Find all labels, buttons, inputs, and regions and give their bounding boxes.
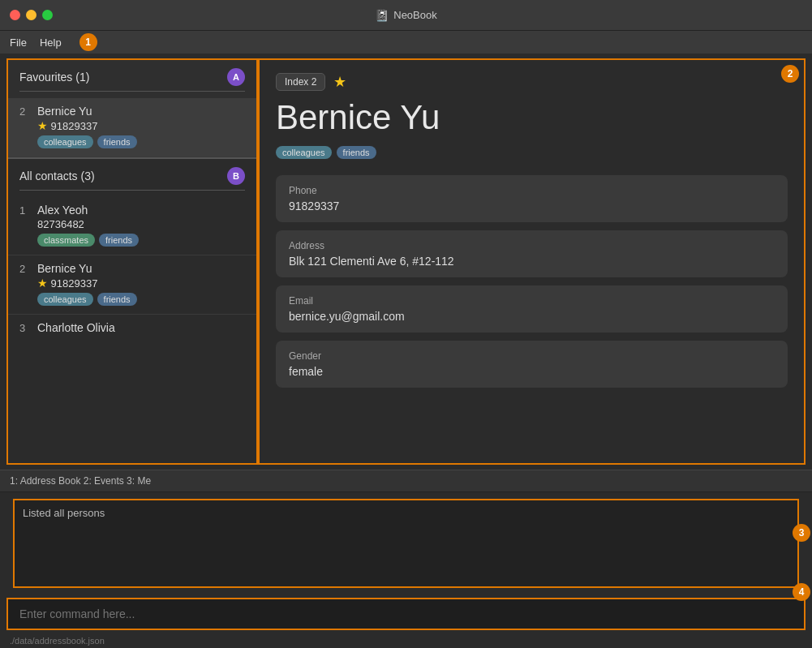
allcontacts-section: All contacts (3) B 1 Alex Yeoh 82736482 … [8, 159, 256, 341]
contact-header-row: Index 2 ★ [276, 73, 788, 91]
contact-item-2[interactable]: 2 Bernice Yu ★ 91829337 colleagues frien… [8, 255, 256, 315]
address-field: Address Blk 121 Clementi Ave 6, #12-112 [276, 230, 788, 277]
favourites-header: Favourites (1) A [8, 60, 256, 91]
tab-bar-items[interactable]: 1: Address Book 2: Events 3: Me [10, 475, 151, 487]
annotation-badge-b: B [227, 167, 245, 185]
star-icon: ★ [37, 119, 48, 132]
output-panel: Listed all persons [13, 499, 799, 588]
maximize-button[interactable] [42, 10, 53, 20]
tab-bar: 1: Address Book 2: Events 3: Me [0, 470, 812, 492]
menu-file[interactable]: File [10, 36, 27, 49]
favourites-underline [19, 91, 245, 92]
menu-help[interactable]: Help [40, 36, 62, 49]
output-text: Listed all persons [23, 507, 105, 519]
contact-item-3[interactable]: 3 Charlotte Olivia [8, 315, 256, 341]
contact-detail-name: Bernice Yu [276, 99, 788, 136]
star-icon-2: ★ [37, 277, 48, 290]
annotation-badge-1: 1 [79, 33, 97, 51]
annotation-badge-3: 3 [793, 524, 810, 542]
annotation-badge-a: A [227, 68, 245, 86]
close-button[interactable] [10, 10, 20, 20]
menubar: File Help 1 [0, 31, 812, 54]
output-wrapper: Listed all persons 3 4 [6, 494, 806, 593]
allcontacts-header: All contacts (3) B [8, 159, 256, 190]
gender-field: Gender female [276, 341, 788, 388]
traffic-lights [10, 10, 53, 20]
command-input-area [6, 598, 806, 630]
contact-item-1[interactable]: 1 Alex Yeoh 82736482 classmates friends [8, 197, 256, 255]
contact-row: 2 Bernice Yu [19, 105, 245, 118]
annotation-badge-2: 2 [781, 65, 799, 83]
panels-row: Favourites (1) A 2 Bernice Yu ★ 91829337… [0, 54, 812, 470]
command-input[interactable] [8, 599, 804, 629]
contact-tags: colleagues friends [37, 135, 245, 148]
favourite-contact-1[interactable]: 2 Bernice Yu ★ 91829337 colleagues frien… [8, 98, 256, 157]
allcontacts-title: All contacts (3) [19, 170, 95, 182]
minimize-button[interactable] [26, 10, 37, 20]
favourites-title: Favourites (1) [19, 71, 89, 84]
detail-tags: colleagues friends [276, 146, 788, 159]
index-badge: Index 2 [276, 73, 325, 91]
left-panel: Favourites (1) A 2 Bernice Yu ★ 91829337… [6, 58, 258, 465]
bernice-tags: colleagues friends [37, 293, 245, 306]
alex-tags: classmates friends [37, 234, 245, 247]
status-text: ./data/addressbook.json [10, 636, 105, 646]
favourite-star-icon: ★ [333, 73, 346, 91]
favourites-section: Favourites (1) A 2 Bernice Yu ★ 91829337… [8, 60, 256, 159]
titlebar: 📓 NeoBook [0, 0, 812, 31]
email-field: Email bernice.yu@gmail.com [276, 285, 788, 333]
allcontacts-underline [19, 190, 245, 191]
app-icon: 📓 [375, 9, 389, 22]
status-bar: ./data/addressbook.json [0, 633, 812, 648]
phone-field: Phone 91829337 [276, 175, 788, 222]
app-title: 📓 NeoBook [375, 9, 436, 22]
annotation-badge-4: 4 [793, 583, 810, 601]
right-panel: 2 Index 2 ★ Bernice Yu colleagues friend… [258, 58, 806, 465]
